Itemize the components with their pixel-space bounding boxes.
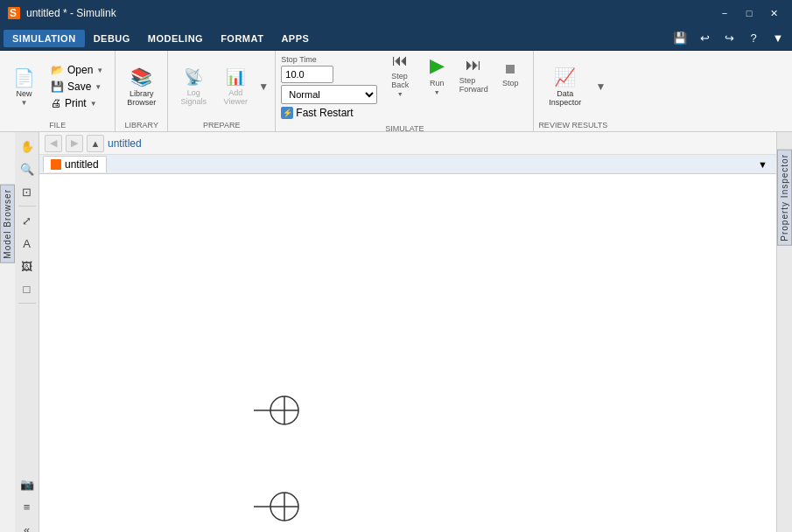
data-inspector-icon: 📈 (554, 66, 576, 88)
up-button[interactable]: ▲ (87, 135, 104, 152)
toolbar: 📄 New ▼ 📂 Open ▼ 💾 Save ▼ 🖨 Print ▼ FILE (0, 51, 792, 132)
drawing-area[interactable] (39, 174, 776, 532)
sim-buttons: ⏮ StepBack ▼ ▶ Run ▼ ⏭ StepForward ⏹ Sto… (382, 54, 528, 105)
new-button[interactable]: 📄 New ▼ (5, 66, 43, 107)
file-section-label: FILE (0, 121, 115, 130)
step-forward-button[interactable]: ⏭ StepForward (456, 54, 491, 94)
prepare-section-label: PREPARE (168, 121, 275, 130)
undo-icon[interactable]: ↩ (694, 28, 715, 49)
model-tab-icon (51, 159, 61, 170)
title-bar-controls: − □ ✕ (713, 4, 785, 22)
canvas-area: Model Browser ✋ 🔍 ⊡ ⤢ A 🖼 □ 📷 ≡ « ◀ ▶ ▲ … (0, 132, 792, 532)
minimize-button[interactable]: − (713, 4, 736, 22)
stop-button[interactable]: ⏹ Stop (493, 54, 528, 94)
stop-time-label: Stop Time (281, 55, 377, 64)
zoom-in-button[interactable]: 🔍 (17, 158, 38, 179)
library-section: 📚 LibraryBrowser LIBRARY (116, 51, 168, 131)
sidebar-divider-1 (18, 206, 36, 206)
property-inspector-tab[interactable]: Property Inspector (777, 150, 792, 246)
review-results-section: 📈 DataInspector ▼ REVIEW RESULTS (534, 51, 612, 131)
print-dropdown-icon: ▼ (90, 100, 97, 108)
simulate-section: Stop Time Normal Accelerator Rapid Accel… (276, 51, 534, 131)
window-title: untitled * - Simulink (26, 7, 116, 19)
back-button[interactable]: ◀ (45, 135, 62, 152)
collapse-sidebar-button[interactable]: « (17, 519, 38, 532)
ground-block-1[interactable] (254, 384, 315, 437)
help-icon[interactable]: ? (743, 28, 764, 49)
log-signals-icon: 📡 (184, 67, 203, 87)
ground-block-2[interactable] (254, 480, 315, 532)
print-button[interactable]: 🖨 Print ▼ (45, 95, 109, 111)
breadcrumb-link[interactable]: untitled (108, 137, 142, 150)
prepare-expand-button[interactable]: ▼ (257, 66, 270, 107)
menu-right-controls: 💾 ↩ ↪ ? ▼ (669, 28, 788, 49)
layers-button[interactable]: ≡ (17, 496, 38, 517)
camera-button[interactable]: 📷 (17, 473, 38, 494)
folder-icon: 📂 (51, 64, 64, 76)
left-sidebar: ✋ 🔍 ⊡ ⤢ A 🖼 □ 📷 ≡ « (15, 132, 39, 532)
menu-format[interactable]: FORMAT (212, 30, 272, 47)
forward-button[interactable]: ▶ (66, 135, 83, 152)
canvas-tab-label: untitled (65, 158, 99, 171)
step-forward-icon: ⏭ (466, 56, 481, 74)
open-dropdown-icon: ▼ (96, 66, 103, 74)
stop-icon: ⏹ (503, 61, 517, 77)
save-dropdown-icon: ▼ (95, 83, 102, 91)
right-sidebar: Property Inspector (776, 132, 792, 532)
new-icon: 📄 (13, 67, 35, 88)
breadcrumb-bar: ◀ ▶ ▲ untitled (39, 132, 776, 155)
main-canvas: ◀ ▶ ▲ untitled untitled ▼ (39, 132, 776, 532)
add-viewer-button: 📊 AddViewer (215, 66, 256, 107)
library-icon: 📚 (130, 66, 152, 88)
new-label: New (16, 89, 32, 98)
pan-tool-button[interactable]: ✋ (17, 136, 38, 157)
save-icon: 💾 (51, 80, 64, 93)
step-back-icon: ⏮ (392, 52, 408, 70)
run-dropdown: ▼ (434, 89, 440, 95)
add-viewer-icon: 📊 (226, 67, 245, 87)
shape-button[interactable]: □ (17, 278, 38, 299)
connect-button[interactable]: ⤢ (17, 210, 38, 231)
save-button[interactable]: 💾 Save ▼ (45, 79, 109, 94)
menu-debug[interactable]: DEBUG (85, 30, 139, 47)
menu-simulation[interactable]: SIMULATION (4, 30, 85, 47)
title-bar: S untitled * - Simulink − □ ✕ (0, 0, 792, 26)
redo-icon[interactable]: ↪ (718, 28, 739, 49)
simulation-mode-select[interactable]: Normal Accelerator Rapid Accelerator (281, 85, 377, 104)
save-menu-icon[interactable]: 💾 (669, 28, 690, 49)
expand-menu-icon[interactable]: ▼ (767, 28, 788, 49)
open-button[interactable]: 📂 Open ▼ (45, 62, 109, 78)
log-signals-button: 📡 LogSignals (173, 66, 214, 107)
canvas-tab[interactable]: untitled (43, 156, 107, 172)
simulate-top-row: Stop Time Normal Accelerator Rapid Accel… (281, 54, 528, 105)
step-back-button[interactable]: ⏮ StepBack ▼ (382, 54, 417, 94)
file-section: 📄 New ▼ 📂 Open ▼ 💾 Save ▼ 🖨 Print ▼ FILE (0, 51, 116, 131)
review-expand-button[interactable]: ▼ (594, 66, 606, 107)
review-section-label: REVIEW RESULTS (534, 121, 612, 130)
run-button[interactable]: ▶ Run ▼ (419, 54, 454, 94)
canvas-dropdown[interactable]: ▼ (753, 158, 773, 172)
simulink-icon: S (7, 6, 21, 20)
data-inspector-button[interactable]: 📈 DataInspector (539, 64, 591, 109)
menu-apps[interactable]: APPS (272, 30, 318, 47)
library-browser-button[interactable]: 📚 LibraryBrowser (121, 66, 162, 107)
file-group: 📂 Open ▼ 💾 Save ▼ 🖨 Print ▼ (45, 62, 109, 111)
print-icon: 🖨 (51, 97, 61, 109)
image-button[interactable]: 🖼 (17, 256, 38, 276)
new-dropdown-icon: ▼ (21, 99, 28, 107)
step-back-dropdown: ▼ (397, 91, 403, 97)
sidebar-divider-2 (18, 303, 36, 304)
close-button[interactable]: ✕ (762, 4, 785, 22)
canvas-tab-bar: untitled ▼ (39, 155, 776, 174)
model-browser-tab[interactable]: Model Browser (0, 185, 15, 263)
maximize-button[interactable]: □ (738, 4, 760, 22)
run-icon: ▶ (430, 54, 445, 77)
svg-text:S: S (10, 7, 17, 19)
text-button[interactable]: A (17, 233, 38, 254)
fast-restart-icon: ⚡ (281, 107, 293, 119)
fast-restart-row: ⚡ Fast Restart (281, 107, 353, 119)
stop-time-input[interactable] (281, 66, 333, 83)
menu-modeling[interactable]: MODELING (139, 30, 212, 47)
fit-button[interactable]: ⊡ (17, 181, 38, 202)
library-section-label: LIBRARY (116, 121, 167, 130)
